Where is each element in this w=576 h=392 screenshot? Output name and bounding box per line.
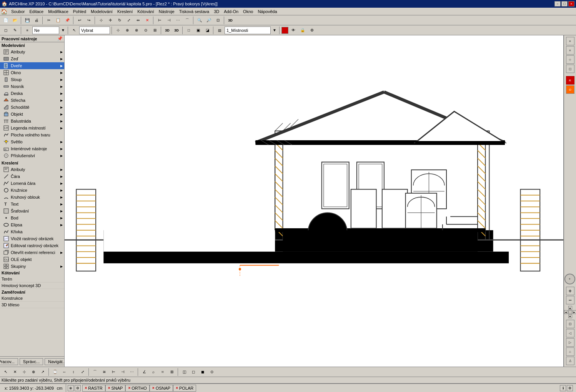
- next-view-button[interactable]: ▷: [566, 338, 574, 347]
- nav-left-button[interactable]: ◄: [564, 310, 568, 314]
- walk-button[interactable]: ♙: [566, 357, 574, 365]
- layer-lock-btn[interactable]: 🔒: [298, 26, 307, 35]
- panel-item-kruznice[interactable]: Kružnice ▶: [0, 187, 64, 194]
- btb-btn21[interactable]: ◼: [198, 368, 207, 376]
- redo-button[interactable]: ↪: [85, 16, 93, 25]
- snap4-icon[interactable]: ⊙: [142, 26, 150, 35]
- layer-dropdown[interactable]: 1_Místnosti: [225, 27, 271, 34]
- home-view-button[interactable]: ⌂: [566, 347, 574, 356]
- panel-item-legenda[interactable]: LM Legenda místností ▶: [0, 125, 64, 131]
- btb-btn5[interactable]: ↗: [38, 368, 47, 376]
- app-maximize-button[interactable]: □: [561, 1, 568, 7]
- snap-settings-icon[interactable]: ⚙: [75, 385, 81, 391]
- snap2-icon[interactable]: ⊕: [123, 26, 132, 35]
- panel-item-dvere[interactable]: Dveře ▶: [0, 62, 64, 69]
- btb-btn10[interactable]: ⌒: [91, 368, 99, 376]
- undo-button[interactable]: ↩: [75, 16, 84, 25]
- zoom-out-nav-button[interactable]: −: [566, 296, 574, 304]
- btb-btn16[interactable]: ⌕: [149, 368, 158, 376]
- rnav-red-btn[interactable]: R: [566, 76, 574, 85]
- btb-btn22[interactable]: ⊙: [208, 368, 216, 376]
- snap-icon[interactable]: ⊹: [114, 26, 122, 35]
- panel-item-krivka[interactable]: Křivka: [0, 228, 64, 235]
- panel-item-cara[interactable]: Čára ▶: [0, 173, 64, 180]
- menu-item-ktovn[interactable]: Kótování: [135, 8, 156, 15]
- menu-item-d[interactable]: 3D: [211, 8, 221, 15]
- zoom-out-button[interactable]: 🔎: [205, 16, 213, 25]
- panel-item-atributy2[interactable]: Atributy ▶: [0, 166, 64, 173]
- btb-btn8[interactable]: ↕: [69, 368, 78, 376]
- dropdown-arrow[interactable]: ▼: [60, 26, 66, 35]
- delete-button[interactable]: ✕: [143, 16, 151, 25]
- section-konstrukce[interactable]: Konstrukce: [0, 295, 64, 302]
- panel-item-nosnik[interactable]: Nosník ▶: [0, 83, 64, 90]
- select-dropdown[interactable]: Vybrat: [79, 27, 110, 34]
- offset-button[interactable]: ⋯: [174, 16, 182, 25]
- mirror-button[interactable]: ⇔: [134, 16, 142, 25]
- panel-item-objekt[interactable]: Objekt ▶: [0, 111, 64, 118]
- copy-button[interactable]: 📋: [54, 16, 62, 25]
- panel-item-zed[interactable]: Zeď ▶: [0, 55, 64, 62]
- section-teren[interactable]: Terén: [0, 276, 64, 282]
- btb-btn14[interactable]: ⋯: [128, 368, 136, 376]
- menu-item-addon[interactable]: Add-On: [221, 8, 241, 15]
- zoom-in-nav-button[interactable]: +: [566, 287, 574, 295]
- rnav-btn-2[interactable]: ≡: [566, 46, 574, 55]
- btb-btn18[interactable]: ⊞: [168, 368, 176, 376]
- menu-item-modifikace[interactable]: Modifikace: [46, 8, 71, 15]
- cam2-btn[interactable]: ▣: [194, 26, 202, 35]
- snap-ortho-button[interactable]: × ORTHO: [125, 385, 149, 392]
- snap-polar-button[interactable]: × POLAR: [173, 385, 196, 392]
- cam1-btn[interactable]: □: [185, 26, 193, 35]
- btb-btn12[interactable]: ⊢: [109, 368, 118, 376]
- panel-item-schodiste[interactable]: Schodiště ▶: [0, 104, 64, 111]
- rnav-btn-3[interactable]: ⊹: [566, 55, 574, 64]
- layer-vis-btn[interactable]: 👁: [289, 26, 298, 35]
- panel-item-strecha[interactable]: Střecha ▶: [0, 97, 64, 104]
- rnav-orange-btn[interactable]: O: [566, 85, 574, 94]
- snap-snap-button[interactable]: × SNAP: [105, 385, 126, 392]
- menu-item-nstroje[interactable]: Nástroje: [156, 8, 177, 15]
- menu-item-editace[interactable]: Editace: [27, 8, 46, 15]
- titlebar-controls[interactable]: − □ ×: [554, 1, 574, 7]
- btb-btn11[interactable]: ≅: [100, 368, 108, 376]
- panel-item-otevrit-externi[interactable]: Otevřít externí referenci ▶: [0, 249, 64, 256]
- snap-toggle-icon[interactable]: ⊕: [68, 385, 74, 391]
- view3d-btn[interactable]: 3D: [163, 26, 171, 35]
- menu-item-npovda[interactable]: Nápověda: [255, 8, 279, 15]
- btb-btn1[interactable]: ↖: [2, 368, 10, 376]
- menu-item-tiskovsestava[interactable]: Tisková sestava: [177, 8, 211, 15]
- panel-item-bod[interactable]: Bod ▶: [0, 214, 64, 221]
- btb-btn2[interactable]: ✕: [11, 368, 19, 376]
- btb-btn9[interactable]: ⤢: [78, 368, 87, 376]
- snap-rastr-button[interactable]: × RASTR: [82, 385, 105, 392]
- cut-button[interactable]: ✂: [45, 16, 53, 25]
- btb-btn7[interactable]: ↔: [60, 368, 68, 376]
- panel-item-lomena[interactable]: Lomená čára ▶: [0, 180, 64, 187]
- tb2-btn1[interactable]: ◻: [2, 26, 10, 35]
- open-button[interactable]: 📂: [11, 16, 19, 25]
- btb-btn15[interactable]: ∠: [140, 368, 148, 376]
- view3d2-btn[interactable]: 3D: [172, 26, 181, 35]
- fillet-button[interactable]: ⌒: [183, 16, 191, 25]
- panel-item-atributy[interactable]: Atributy ▶: [0, 48, 64, 55]
- fit-view-button[interactable]: ⊡: [566, 320, 574, 328]
- navigat-button[interactable]: Navigát...: [45, 358, 65, 365]
- panel-item-ole[interactable]: OLE OLE objekt: [0, 256, 64, 263]
- print-button[interactable]: 🖨: [32, 16, 41, 25]
- layer-ne-dropdown[interactable]: Ne: [32, 27, 59, 34]
- btb-btn19[interactable]: ◫: [180, 368, 188, 376]
- menu-item-pohled[interactable]: Pohled: [71, 8, 88, 15]
- paste-button[interactable]: 📌: [63, 16, 72, 25]
- info-icon[interactable]: ℹ: [560, 385, 566, 391]
- move-button[interactable]: ✛: [106, 16, 115, 25]
- snap5-icon[interactable]: ⊞: [151, 26, 159, 35]
- spravc-button[interactable]: Správc...: [20, 358, 43, 365]
- app-minimize-button[interactable]: −: [554, 1, 561, 7]
- panel-item-svetlo[interactable]: Světlo ▶: [0, 138, 64, 145]
- snap-osnap-button[interactable]: × OSNAP: [150, 385, 173, 392]
- prev-view-button[interactable]: ◁: [566, 329, 574, 337]
- panel-item-elipsa[interactable]: Elipsa ▶: [0, 221, 64, 228]
- panel-item-kruhoblouk[interactable]: Kruhový oblouk ▶: [0, 194, 64, 201]
- panel-item-sloup[interactable]: Sloup ▶: [0, 76, 64, 83]
